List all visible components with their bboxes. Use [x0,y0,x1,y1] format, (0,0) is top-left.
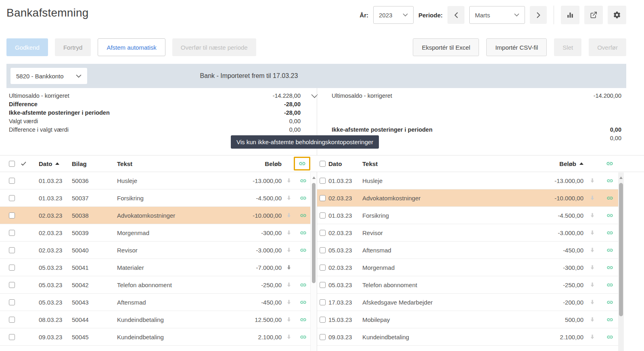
ledger-table-scrollbar[interactable] [618,172,624,351]
down-arrow-icon[interactable] [590,334,595,340]
row-checkbox[interactable] [9,299,15,305]
bank-table-row[interactable]: 05.03.23 50041 Materialer -7.000,00 [0,259,310,276]
row-checkbox[interactable] [9,178,15,184]
delete-button[interactable]: Slet [554,38,581,56]
link-filter-toggle[interactable] [606,160,613,167]
ledger-table-row[interactable]: 01.03.23 Husleje -13.000,00 [317,172,618,189]
down-arrow-icon[interactable] [286,230,292,235]
row-checkbox[interactable] [9,247,15,253]
chart-button[interactable] [561,6,579,24]
link-icon[interactable] [606,177,613,184]
down-arrow-icon[interactable] [590,195,595,201]
scrollbar-thumb[interactable] [619,183,623,316]
transfer-next-period-button[interactable]: Overfør til næste periode [172,38,256,56]
row-checkbox[interactable] [320,265,326,271]
link-icon[interactable] [300,282,307,288]
link-icon[interactable] [606,282,613,288]
down-arrow-icon[interactable] [286,195,292,201]
row-checkbox[interactable] [320,334,326,340]
link-icon[interactable] [606,212,613,219]
auto-reconcile-button[interactable]: Afstem automatisk [98,38,165,56]
column-header-amount[interactable]: Beløb [233,160,282,167]
row-checkbox[interactable] [320,195,326,201]
row-checkbox[interactable] [320,299,326,305]
link-icon[interactable] [300,195,307,202]
bank-table-row[interactable]: 02.03.23 50040 Revisor -3.000,00 [0,242,310,259]
link-filter-toggle[interactable] [294,157,310,170]
ledger-table-row[interactable]: 02.03.23 Revisor -3.000,00 [317,224,618,242]
link-icon[interactable] [606,334,613,340]
bank-table-row[interactable]: 05.03.23 50043 Aftensmad -450,00 [0,294,310,311]
down-arrow-icon[interactable] [286,247,292,253]
link-icon[interactable] [606,195,613,202]
period-select[interactable]: Marts [469,6,525,24]
down-arrow-icon[interactable] [590,282,595,288]
scrollbar-up-icon[interactable] [619,177,623,179]
year-select[interactable]: 2023 [373,6,414,24]
undo-button[interactable]: Fortryd [55,38,91,56]
down-arrow-icon[interactable] [286,334,292,340]
previous-period-button[interactable] [447,6,464,24]
link-icon[interactable] [606,247,613,254]
link-icon[interactable] [300,229,307,236]
bank-table-row[interactable]: 01.03.23 50036 Husleje -13.000,00 [0,172,310,189]
row-checkbox[interactable] [320,317,326,323]
column-header-text[interactable]: Tekst [362,160,535,167]
ledger-table-row[interactable]: 05.03.23 Telefon abonnoment -250,00 [317,276,618,294]
link-icon[interactable] [300,177,307,184]
column-header-amount[interactable]: Beløb [535,160,583,167]
ledger-table-row[interactable]: 02.03.23 Morgenmad -300,00 [317,259,618,276]
column-header-voucher[interactable]: Bilag [72,160,117,167]
ledger-table-row[interactable]: 17.03.23 Afskedsgave Medarbejder -200,00 [317,294,618,311]
bank-table-row[interactable]: 09.03.23 50045 Kundeindbetaling 2.100,00 [0,328,310,346]
transfer-button[interactable]: Overfør [589,38,626,56]
row-checkbox[interactable] [320,178,326,184]
ledger-table-row[interactable]: 02.03.23 Advokatomkostninger -10.000,00 [317,189,618,207]
down-arrow-icon[interactable] [590,230,595,235]
row-checkbox[interactable] [9,230,15,236]
import-csv-button[interactable]: Importér CSV-fil [486,38,547,56]
bank-table-row[interactable]: 08.03.23 50044 Kundeindbetaling 12.500,0… [0,311,310,328]
down-arrow-icon[interactable] [590,317,595,322]
row-checkbox[interactable] [320,282,326,288]
next-period-button[interactable] [530,6,547,24]
ledger-table-row[interactable]: 15.03.23 Mobilepay 500,00 [317,311,618,328]
row-checkbox[interactable] [9,265,15,271]
ledger-table-row[interactable]: 09.03.23 Kundeindbetaling 2.100,00 [317,328,618,346]
column-header-text[interactable]: Tekst [117,160,233,167]
link-icon[interactable] [606,299,613,306]
column-header-date[interactable]: Dato [39,160,72,167]
link-icon[interactable] [606,264,613,271]
bank-table-row[interactable]: 02.03.23 50039 Morgenmad -300,00 [0,224,310,242]
scrollbar-thumb[interactable] [312,183,316,283]
down-arrow-icon[interactable] [286,282,292,288]
link-icon[interactable] [606,229,613,236]
ledger-table-row[interactable]: 05.03.23 Aftensmad -450,00 [317,242,618,259]
settings-button[interactable] [608,6,626,24]
down-arrow-icon[interactable] [286,317,292,322]
down-arrow-icon[interactable] [286,178,292,183]
bank-table-row[interactable]: 01.03.23 50037 Forsikring -4.500,00 [0,189,310,207]
bank-table-row[interactable]: 02.03.23 50038 Advokatomkostninger -10.0… [0,207,310,224]
down-arrow-icon[interactable] [590,178,595,183]
account-select[interactable]: 5820 - Bankkonto [10,68,87,84]
approve-button[interactable]: Godkend [6,38,48,56]
select-all-checkbox[interactable] [320,161,326,167]
link-icon[interactable] [300,334,307,340]
link-icon[interactable] [300,299,307,306]
link-icon[interactable] [300,316,307,323]
link-icon[interactable] [606,316,613,323]
ledger-table-row[interactable]: 01.03.23 Forsikring -4.500,00 [317,207,618,224]
row-checkbox[interactable] [9,195,15,201]
bank-table-scrollbar[interactable] [310,172,317,351]
down-arrow-icon[interactable] [590,212,595,218]
select-all-checkbox[interactable] [9,161,15,167]
row-checkbox[interactable] [9,334,15,340]
link-icon[interactable] [300,212,307,219]
open-external-button[interactable] [584,6,603,24]
row-checkbox[interactable] [9,282,15,288]
export-excel-button[interactable]: Eksportér til Excel [413,38,479,56]
down-arrow-icon[interactable] [286,212,292,218]
down-arrow-icon[interactable] [286,299,292,305]
down-arrow-icon[interactable] [590,299,595,305]
